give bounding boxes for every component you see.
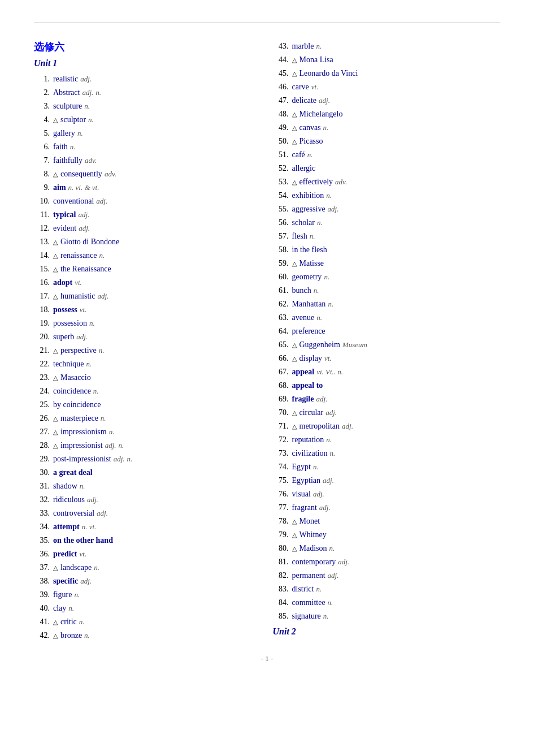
word-entry: visualadj. <box>292 488 324 500</box>
list-item: 61.bunchn. <box>273 284 501 296</box>
word-text: carve <box>292 81 309 93</box>
word-text: committee <box>292 597 325 608</box>
word-text: visual <box>292 488 311 500</box>
word-pos: adj. <box>319 502 331 513</box>
word-number: 15. <box>34 263 50 275</box>
word-number: 49. <box>273 122 289 133</box>
word-number: 60. <box>273 271 289 283</box>
word-number: 24. <box>34 385 50 397</box>
word-entry: △consequentlyadv. <box>53 168 116 180</box>
word-extra: n. <box>119 440 124 451</box>
word-number: 55. <box>273 203 289 215</box>
list-item: 78.△Monet <box>273 515 501 527</box>
list-item: 47.delicateadj. <box>273 94 501 106</box>
list-item: 84.committeen. <box>273 597 501 608</box>
unit1-title: Unit 1 <box>34 58 262 68</box>
word-text: attempt <box>53 521 80 533</box>
word-entry: galleryn. <box>53 127 83 139</box>
word-entry: shadown. <box>53 480 85 492</box>
word-pos: n. <box>99 250 105 261</box>
list-item: 45.△Leonardo da Vinci <box>273 67 501 79</box>
word-text: café <box>292 149 305 161</box>
word-number: 30. <box>34 466 50 478</box>
right-word-list: 43.marblen.44.△Mona Lisa45.△Leonardo da … <box>273 40 501 622</box>
list-item: 69.fragileadj. <box>273 393 501 405</box>
triangle-icon: △ <box>53 563 58 573</box>
word-pos: n. <box>86 358 92 370</box>
page-header-line <box>34 23 500 23</box>
word-text: Monet <box>299 515 320 527</box>
list-item: 46.carvevt. <box>273 81 501 93</box>
list-item: 41.△criticn. <box>34 616 262 628</box>
word-pos: n. <box>326 190 332 201</box>
word-text: Egyptian <box>292 474 321 486</box>
word-number: 26. <box>34 412 50 424</box>
word-pos: n. <box>109 426 115 438</box>
list-item: 81.contemporaryadj. <box>273 556 501 568</box>
word-entry: fragileadj. <box>292 393 328 405</box>
word-text: bronze <box>60 629 82 641</box>
word-number: 2. <box>34 87 50 98</box>
word-entry: △Masaccio <box>53 371 91 383</box>
word-pos: vt. <box>80 548 87 560</box>
list-item: 37.△landscapen. <box>34 561 262 573</box>
word-pos: n. <box>307 149 313 161</box>
list-item: 11.typicaladj. <box>34 209 262 221</box>
word-number: 19. <box>34 317 50 329</box>
word-text: contemporary <box>292 556 336 568</box>
word-pos: adj. <box>342 421 353 432</box>
word-number: 50. <box>273 135 289 147</box>
word-entry: evidentadj. <box>53 222 90 234</box>
word-number: 33. <box>34 507 50 519</box>
list-item: 38.specificadj. <box>34 575 262 587</box>
word-number: 25. <box>34 399 50 411</box>
word-text: in the flesh <box>292 244 327 256</box>
word-pos: n. <box>99 345 105 356</box>
word-number: 3. <box>34 100 50 112</box>
word-number: 78. <box>273 515 289 527</box>
word-number: 6. <box>34 141 50 153</box>
word-pos: n. <box>94 562 99 573</box>
word-entry: △effectivelyadv. <box>292 176 348 188</box>
word-entry: △bronzen. <box>53 629 90 641</box>
word-text: possess <box>53 304 77 316</box>
list-item: 18.possessvt. <box>34 304 262 316</box>
list-item: 80.△Madisonn. <box>273 542 501 554</box>
word-text: Manhattan <box>292 298 326 310</box>
list-item: 65.△GuggenheimMuseum <box>273 339 501 351</box>
word-entry: appeal to <box>292 379 323 391</box>
list-item: 71.△metropolitanadj. <box>273 420 501 432</box>
word-number: 80. <box>273 542 289 554</box>
word-pos: adj. <box>313 489 324 500</box>
word-number: 23. <box>34 371 50 383</box>
triangle-icon: △ <box>292 69 297 79</box>
word-text: Giotto di Bondone <box>60 236 119 248</box>
word-entry: △impressionismn. <box>53 426 114 438</box>
list-item: 48.△Michelangelo <box>273 108 501 120</box>
list-item: 36.predictvt. <box>34 548 262 560</box>
list-item: 85.signaturen. <box>273 610 501 622</box>
word-number: 65. <box>273 339 289 351</box>
word-text: avenue <box>292 312 315 323</box>
word-text: perspective <box>60 344 97 356</box>
word-text: impressionist <box>60 439 103 451</box>
word-pos: adj. <box>97 291 108 302</box>
list-item: 40.clayn. <box>34 602 262 614</box>
word-number: 59. <box>273 257 289 269</box>
word-entry: △impressionistadj.n. <box>53 439 124 451</box>
word-text: signature <box>292 610 321 622</box>
word-pos: n. <box>314 285 319 296</box>
list-item: 20.superbadj. <box>34 331 262 343</box>
word-entry: △canvasn. <box>292 122 329 133</box>
list-item: 28.△impressionistadj.n. <box>34 439 262 451</box>
triangle-icon: △ <box>292 422 297 431</box>
word-entry: marblen. <box>292 40 322 52</box>
word-pos: vt. <box>80 304 87 316</box>
word-entry: △Giotto di Bondone <box>53 236 119 248</box>
word-entry: adoptvt. <box>53 277 82 288</box>
list-item: 43.marblen. <box>273 40 501 52</box>
word-number: 84. <box>273 597 289 608</box>
word-text: typical <box>53 209 76 221</box>
word-number: 44. <box>273 54 289 66</box>
word-number: 41. <box>34 616 50 628</box>
